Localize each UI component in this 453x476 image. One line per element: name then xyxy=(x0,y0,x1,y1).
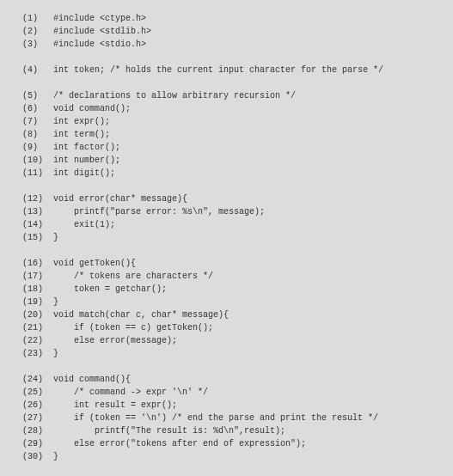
code-line-number: (14) xyxy=(22,218,53,231)
code-line-text: int number(); xyxy=(53,156,120,165)
code-line-number: (7) xyxy=(22,115,53,128)
code-line-text: if (token == c) getToken(); xyxy=(53,323,213,333)
code-line-number: (18) xyxy=(22,283,53,296)
code-line-text: int expr(); xyxy=(53,117,110,126)
code-line: (12)void error(char* message){ xyxy=(22,192,439,205)
code-line-text: else error(message); xyxy=(53,336,177,345)
code-line: (3)#include <stdio.h> xyxy=(22,38,439,51)
code-line: (23)} xyxy=(22,347,439,360)
code-line-text: else error("tokens after end of expressi… xyxy=(53,439,306,449)
code-lines-container: (1)#include <ctype.h>(2)#include <stdlib… xyxy=(22,12,439,463)
code-line-number: (20) xyxy=(22,308,53,321)
code-line-number: (3) xyxy=(22,38,53,51)
code-line-text: int factor(); xyxy=(53,143,120,152)
code-line: (24)void command(){ xyxy=(22,373,439,386)
code-line-number: (21) xyxy=(22,321,53,334)
code-line: (6)void command(); xyxy=(22,102,439,115)
code-line-number: (29) xyxy=(22,437,53,450)
code-line: (8)int term(); xyxy=(22,128,439,141)
code-line-text: void command(); xyxy=(53,104,131,113)
code-line-text: } xyxy=(53,233,58,242)
code-line: (27) if (token == '\n') /* end the parse… xyxy=(22,412,439,424)
code-line: (15)} xyxy=(22,231,439,244)
blank-line xyxy=(22,76,439,89)
code-line: (10)int number(); xyxy=(22,154,439,167)
code-line-number: (27) xyxy=(22,412,53,424)
code-line-text: void match(char c, char* message){ xyxy=(53,310,229,320)
blank-line xyxy=(22,360,439,373)
code-line: (25) /* command -> expr '\n' */ xyxy=(22,386,439,399)
code-line-text: void getToken(){ xyxy=(53,259,136,268)
code-line-number: (22) xyxy=(22,334,53,347)
code-line-number: (11) xyxy=(22,167,53,180)
code-listing-block: (1)#include <ctype.h>(2)#include <stdlib… xyxy=(0,0,453,476)
code-line-number: (16) xyxy=(22,257,53,270)
code-line: (21) if (token == c) getToken(); xyxy=(22,321,439,334)
code-line: (7)int expr(); xyxy=(22,115,439,128)
code-line-number: (4) xyxy=(22,64,53,76)
code-line: (4)int token; /* holds the current input… xyxy=(22,64,439,76)
code-line-text: exit(1); xyxy=(53,220,115,229)
code-line-text: int token; /* holds the current input ch… xyxy=(53,65,383,75)
code-line-number: (2) xyxy=(22,25,53,38)
code-line: (1)#include <ctype.h> xyxy=(22,12,439,25)
code-line: (16)void getToken(){ xyxy=(22,257,439,270)
code-line-number: (28) xyxy=(22,424,53,437)
code-line: (14) exit(1); xyxy=(22,218,439,231)
code-line-number: (9) xyxy=(22,141,53,154)
code-line-number: (23) xyxy=(22,347,53,360)
code-line: (28) printf("The result is: %d\n",result… xyxy=(22,424,439,437)
code-line: (30)} xyxy=(22,450,439,463)
code-line: (26) int result = expr(); xyxy=(22,399,439,412)
code-line-text: } xyxy=(53,349,58,358)
code-line-number: (10) xyxy=(22,154,53,167)
code-line-text: int result = expr(); xyxy=(53,400,177,410)
code-line: (19)} xyxy=(22,296,439,308)
code-line-number: (30) xyxy=(22,450,53,463)
blank-line xyxy=(22,51,439,64)
code-line: (13) printf("parse error: %s\n", message… xyxy=(22,205,439,218)
code-line-text: #include <ctype.h> xyxy=(53,14,146,23)
code-line-text: void command(){ xyxy=(53,375,131,384)
code-line-number: (1) xyxy=(22,12,53,25)
code-line-number: (17) xyxy=(22,270,53,283)
code-line-number: (24) xyxy=(22,373,53,386)
code-line-text: #include <stdio.h> xyxy=(53,40,146,49)
code-line-number: (26) xyxy=(22,399,53,412)
code-line-text: int term(); xyxy=(53,130,110,139)
code-line: (17) /* tokens are characters */ xyxy=(22,270,439,283)
code-line-text: } xyxy=(53,297,58,307)
code-line-text: printf("parse error: %s\n", message); xyxy=(53,207,265,217)
code-line-number: (19) xyxy=(22,296,53,308)
code-line: (22) else error(message); xyxy=(22,334,439,347)
code-line-number: (15) xyxy=(22,231,53,244)
code-line-text: /* declarations to allow arbitrary recur… xyxy=(53,91,296,101)
code-line: (18) token = getchar(); xyxy=(22,283,439,296)
code-line-text: /* tokens are characters */ xyxy=(53,272,213,281)
blank-line xyxy=(22,180,439,192)
code-line-text: int digit(); xyxy=(53,168,115,178)
code-line: (29) else error("tokens after end of exp… xyxy=(22,437,439,450)
code-line-text: if (token == '\n') /* end the parse and … xyxy=(53,413,378,423)
code-line: (2)#include <stdlib.h> xyxy=(22,25,439,38)
code-line-number: (25) xyxy=(22,386,53,399)
blank-line xyxy=(22,244,439,257)
code-line-number: (5) xyxy=(22,89,53,102)
code-line: (20)void match(char c, char* message){ xyxy=(22,308,439,321)
code-line-number: (6) xyxy=(22,102,53,115)
code-line-number: (8) xyxy=(22,128,53,141)
code-line: (5)/* declarations to allow arbitrary re… xyxy=(22,89,439,102)
code-line-text: #include <stdlib.h> xyxy=(53,27,151,36)
code-line: (9)int factor(); xyxy=(22,141,439,154)
code-line: (11)int digit(); xyxy=(22,167,439,180)
code-line-text: } xyxy=(53,452,58,461)
code-line-number: (13) xyxy=(22,205,53,218)
code-line-text: void error(char* message){ xyxy=(53,194,187,204)
code-line-number: (12) xyxy=(22,192,53,205)
code-line-text: printf("The result is: %d\n",result); xyxy=(53,426,285,436)
code-line-text: token = getchar(); xyxy=(53,284,167,294)
code-line-text: /* command -> expr '\n' */ xyxy=(53,388,208,397)
